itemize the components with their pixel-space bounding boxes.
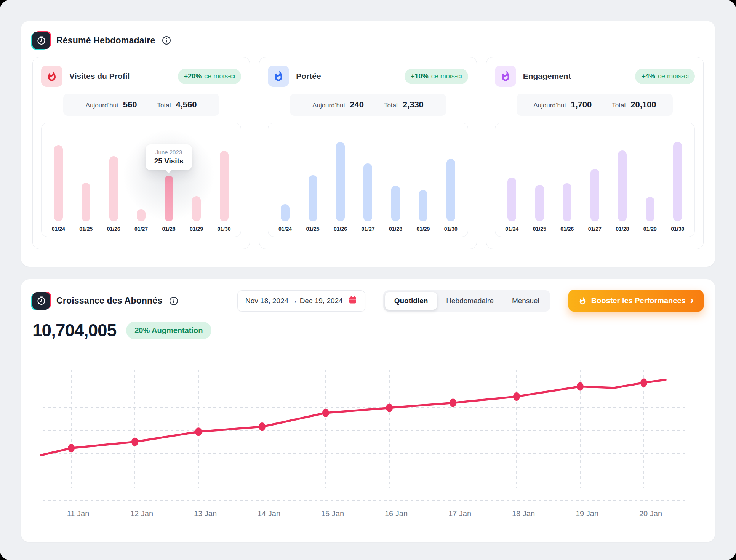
total-label: Total [612, 102, 626, 109]
bar-column: 01/24 [498, 123, 526, 237]
bar-01/28[interactable] [618, 150, 627, 221]
x-axis-label: 01/29 [416, 226, 430, 232]
card-title: Portée [296, 72, 321, 81]
data-point-20 Jan[interactable] [640, 379, 647, 387]
bar-01/30[interactable] [446, 159, 455, 221]
date-range-text: Nov 18, 2024 → Dec 19, 2024 [245, 297, 343, 305]
change-suffix: ce mois-ci [204, 72, 235, 80]
bar-01/24[interactable] [507, 178, 516, 221]
bar-01/25[interactable] [82, 183, 90, 221]
x-axis-label: 01/28 [389, 226, 402, 232]
x-axis-label: 01/28 [162, 226, 176, 232]
today-value: 560 [123, 100, 137, 110]
change-suffix: ce mois-ci [658, 72, 689, 80]
x-axis-label: 01/29 [190, 226, 203, 232]
info-icon[interactable] [162, 35, 171, 45]
flame-icon [578, 297, 587, 305]
bar-column: 01/29 [636, 123, 664, 237]
bar-column: 01/30 [210, 123, 238, 237]
bar-01/28[interactable] [391, 186, 400, 221]
clock-icon [32, 292, 50, 310]
today-label: Aujourd’hui [533, 102, 566, 109]
calendar-icon [348, 295, 357, 306]
x-axis-label: 01/25 [79, 226, 93, 232]
change-percent: +4% [641, 72, 655, 80]
bar-01/27[interactable] [363, 163, 372, 221]
total-label: Total [384, 102, 398, 109]
x-axis-label: 01/30 [218, 226, 231, 232]
data-point-18 Jan[interactable] [513, 392, 520, 401]
change-percent: +20% [184, 72, 202, 80]
bar-01/29[interactable] [192, 196, 201, 221]
x-axis-label: 01/26 [334, 226, 347, 232]
x-axis-label: 13 Jan [194, 509, 217, 518]
growth-line-chart[interactable]: 11 Jan12 Jan13 Jan14 Jan15 Jan16 Jan17 J… [37, 346, 700, 525]
x-axis-label: 12 Jan [130, 509, 153, 518]
bar-01/25[interactable] [535, 185, 544, 221]
data-point-11 Jan[interactable] [68, 444, 75, 452]
divider [602, 99, 602, 110]
metric-card-profile-visits: Visites du Profil +20% ce mois-ci Aujour… [32, 57, 250, 249]
x-axis-label: 01/26 [107, 226, 120, 232]
bar-column: 01/30 [437, 123, 464, 237]
tab-mensuel[interactable]: Mensuel [503, 292, 549, 310]
info-icon[interactable] [169, 296, 179, 306]
data-point-14 Jan[interactable] [259, 422, 266, 431]
total-value: 4,560 [176, 100, 197, 110]
divider [147, 99, 147, 110]
bar-01/26[interactable] [336, 142, 345, 221]
change-badge: +20% ce mois-ci [178, 69, 242, 84]
x-axis-label: 01/25 [306, 226, 320, 232]
bar-01/27[interactable] [137, 209, 146, 221]
x-axis-label: 01/24 [505, 226, 518, 232]
x-axis-label: 18 Jan [512, 509, 535, 518]
bar-01/26[interactable] [109, 156, 118, 221]
metric-card-reach: Portée +10% ce mois-ci Aujourd’hui 240 T… [259, 57, 477, 249]
bar-column: 01/27 [354, 123, 382, 237]
bar-column: 01/25 [72, 123, 99, 237]
today-label: Aujourd’hui [312, 102, 345, 109]
tooltip-date: June 2023 [154, 149, 184, 155]
flame-icon [41, 66, 62, 87]
boost-performance-button[interactable]: Booster les Performances › [568, 290, 704, 312]
data-point-16 Jan[interactable] [386, 404, 393, 412]
clock-icon [32, 32, 50, 49]
x-axis-label: 01/27 [588, 226, 602, 232]
data-point-13 Jan[interactable] [195, 427, 202, 436]
x-axis-label: 01/30 [671, 226, 684, 232]
date-range-picker[interactable]: Nov 18, 2024 → Dec 19, 2024 [237, 290, 365, 312]
data-point-15 Jan[interactable] [322, 409, 329, 417]
bar-01/24[interactable] [54, 145, 63, 221]
bar-01/25[interactable] [309, 175, 317, 221]
growth-badge: 20% Augmentation [126, 322, 211, 339]
bar-01/29[interactable] [419, 190, 427, 221]
follower-count: 10,704,005 [32, 320, 116, 341]
tab-quotidien[interactable]: Quotidien [385, 292, 437, 310]
growth-header: Croissance des Abonnés Nov 18, 2024 → De… [32, 290, 704, 312]
bar-01/28[interactable] [165, 176, 173, 221]
section-title: Résumé Hebdomadaire [56, 35, 155, 46]
data-point-17 Jan[interactable] [450, 398, 456, 407]
tab-hebdomadaire[interactable]: Hebdomadaire [437, 292, 503, 310]
flame-icon [495, 66, 516, 87]
weekly-summary-section: Résumé Hebdomadaire Visites du Profil +2… [21, 21, 715, 267]
change-suffix: ce mois-ci [431, 72, 462, 80]
x-axis-label: 01/27 [134, 226, 148, 232]
x-axis-label: 16 Jan [385, 509, 408, 518]
bar-column: 01/24 [271, 123, 299, 237]
data-point-19 Jan[interactable] [577, 382, 584, 391]
bar-01/29[interactable] [646, 197, 654, 221]
profile-visits-bar-chart: 01/2401/2501/2601/27June 202325 Visits01… [41, 123, 241, 237]
x-axis-label: 19 Jan [576, 509, 598, 518]
total-value: 20,100 [630, 100, 656, 110]
data-point-12 Jan[interactable] [131, 438, 138, 446]
bar-01/30[interactable] [220, 151, 229, 221]
tooltip-value: 25 Visits [154, 157, 184, 165]
bar-01/30[interactable] [673, 142, 682, 221]
bar-01/27[interactable] [590, 169, 599, 221]
bar-01/26[interactable] [563, 183, 571, 221]
bar-01/24[interactable] [281, 204, 290, 221]
card-title: Engagement [523, 72, 571, 81]
analytics-dashboard: Résumé Hebdomadaire Visites du Profil +2… [0, 0, 736, 560]
bar-column: 01/25 [526, 123, 553, 237]
